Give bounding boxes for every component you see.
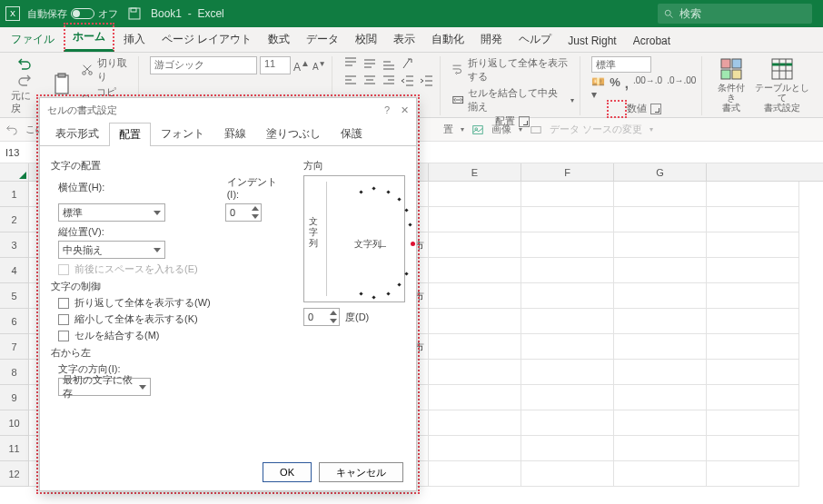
cell[interactable] (521, 360, 614, 385)
cell[interactable] (707, 309, 799, 334)
cell[interactable] (614, 410, 707, 436)
currency-icon[interactable]: 💴▾ (591, 75, 605, 101)
cancel-button[interactable]: キャンセル (319, 462, 403, 482)
tab-acrobat[interactable]: Acrobat (626, 30, 678, 52)
cell[interactable] (614, 334, 707, 360)
dlg-tab-font[interactable]: フォント (151, 122, 214, 145)
tab-justright[interactable]: Just Right (560, 30, 623, 52)
align-bottom-icon[interactable] (382, 56, 396, 71)
format-as-table-button[interactable]: テーブルとして 書式設定 (753, 56, 812, 113)
vertical-select[interactable]: 中央揃え (58, 241, 165, 259)
cell[interactable] (521, 258, 614, 283)
indent-spinner[interactable]: 0 (225, 203, 262, 222)
tab-help[interactable]: ヘルプ (511, 27, 559, 52)
cell[interactable] (429, 283, 521, 309)
wrap-text-checkbox[interactable] (58, 298, 69, 309)
row-header[interactable]: 5 (0, 283, 29, 309)
redo-icon[interactable] (17, 73, 32, 87)
cell[interactable] (614, 283, 707, 309)
undo-icon[interactable] (17, 56, 32, 71)
cell[interactable] (614, 360, 707, 385)
wrap-text-button[interactable]: 折り返して全体を表示する (451, 56, 574, 84)
align-top-icon[interactable] (343, 56, 358, 71)
cell[interactable] (521, 182, 614, 207)
ok-button[interactable]: OK (263, 462, 312, 482)
increase-decimal-icon[interactable]: .00→.0 (633, 75, 662, 101)
cell[interactable] (521, 283, 614, 309)
orientation-vertical-text[interactable]: 文字列 (308, 216, 319, 249)
dialog-titlebar[interactable]: セルの書式設定 ? ✕ (40, 98, 416, 122)
cell[interactable] (707, 283, 799, 309)
cell[interactable] (707, 436, 799, 461)
text-direction-select[interactable]: 最初の文字に依存 (58, 378, 151, 396)
decrease-decimal-icon[interactable]: .0→.00 (667, 75, 696, 101)
cell[interactable] (521, 334, 614, 360)
comma-icon[interactable]: , (625, 75, 629, 101)
cell[interactable] (614, 232, 707, 258)
row-header[interactable]: 8 (0, 360, 29, 385)
cell[interactable] (614, 461, 707, 487)
merge-center-button[interactable]: セルを結合して中央揃え ▾ (451, 86, 574, 114)
number-format-select[interactable]: 標準 (591, 56, 651, 73)
name-box[interactable]: I13 (0, 142, 40, 163)
row-header[interactable]: 2 (0, 207, 29, 232)
close-icon[interactable]: ✕ (401, 104, 409, 116)
cell[interactable] (521, 410, 614, 436)
cell[interactable] (429, 182, 521, 207)
increase-font-icon[interactable]: A▲ (293, 58, 310, 74)
cell[interactable] (614, 385, 707, 410)
row-header[interactable]: 12 (0, 461, 29, 487)
save-icon[interactable] (127, 6, 142, 21)
cell[interactable] (614, 182, 707, 207)
conditional-formatting-button[interactable]: 条件付き 書式 (713, 56, 749, 113)
tab-insert[interactable]: 挿入 (116, 27, 153, 52)
tab-data[interactable]: データ (299, 27, 346, 52)
merge-cells-checkbox[interactable] (58, 331, 69, 341)
tab-home[interactable]: ホーム (64, 23, 114, 52)
align-center-icon[interactable] (362, 74, 377, 88)
dlg-tab-number[interactable]: 表示形式 (45, 122, 109, 145)
dlg-tab-alignment[interactable]: 配置 (109, 123, 151, 146)
font-name-select[interactable]: 游ゴシック (150, 56, 257, 74)
orientation-control[interactable]: 文字列 文字列 ― (303, 175, 405, 302)
col-header-f[interactable]: F (521, 163, 614, 181)
row-header[interactable]: 1 (0, 182, 29, 207)
tab-developer[interactable]: 開発 (473, 27, 510, 52)
cell[interactable] (429, 436, 521, 461)
tab-page-layout[interactable]: ページ レイアウト (154, 27, 259, 52)
cut-button[interactable]: 切り取り (81, 56, 133, 84)
col-header-g[interactable]: G (614, 163, 707, 181)
cell[interactable] (707, 207, 799, 232)
help-icon[interactable]: ? (384, 104, 390, 116)
tab-review[interactable]: 校閲 (348, 27, 384, 52)
shrink-fit-checkbox[interactable] (58, 314, 69, 325)
alignment-dialog-launcher[interactable] (519, 116, 530, 127)
cell[interactable] (429, 334, 521, 360)
cell[interactable] (521, 309, 614, 334)
increase-indent-icon[interactable] (420, 74, 434, 88)
search-input[interactable]: 検索 (658, 4, 812, 24)
row-header[interactable]: 10 (0, 410, 29, 436)
cell[interactable] (707, 232, 799, 258)
row-header[interactable]: 3 (0, 232, 29, 258)
cell[interactable] (521, 385, 614, 410)
tab-formulas[interactable]: 数式 (261, 27, 297, 52)
col-header-e[interactable]: E (429, 163, 521, 181)
cell[interactable] (429, 360, 521, 385)
cell[interactable] (429, 385, 521, 410)
row-header[interactable]: 7 (0, 334, 29, 360)
cell[interactable] (429, 258, 521, 283)
align-right-icon[interactable] (382, 74, 396, 88)
cell[interactable] (707, 258, 799, 283)
cell[interactable] (707, 461, 799, 487)
align-dropdown-fragment[interactable]: 置 (443, 123, 453, 136)
degree-spinner[interactable]: 0 (303, 308, 340, 326)
cell[interactable] (614, 436, 707, 461)
row-header[interactable]: 9 (0, 385, 29, 410)
orientation-icon[interactable] (401, 56, 415, 71)
number-dialog-launcher[interactable] (650, 104, 661, 114)
undo-small-icon[interactable] (5, 124, 18, 136)
cell[interactable] (521, 436, 614, 461)
decrease-indent-icon[interactable] (401, 74, 415, 88)
tab-automate[interactable]: 自動化 (424, 27, 471, 52)
